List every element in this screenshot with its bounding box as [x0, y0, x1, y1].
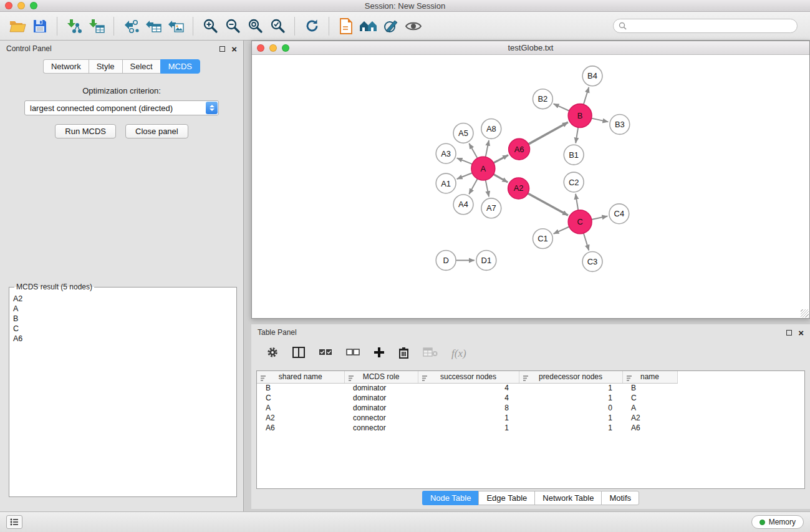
node-A1[interactable]: A1	[436, 173, 456, 193]
zoom-fit-icon[interactable]	[244, 16, 266, 37]
close-panel-icon[interactable]: ×	[231, 44, 237, 54]
network-canvas[interactable]: B4B2BB3A5A8A6B1A3AC2A1A2A4A7C4CC1C3DD1	[252, 55, 809, 318]
edge-B-B4[interactable]	[584, 87, 589, 105]
select-all-icon[interactable]	[319, 347, 332, 360]
node-C1[interactable]: C1	[533, 229, 552, 249]
edge-C-C3[interactable]	[584, 233, 589, 251]
node-A8[interactable]: A8	[481, 119, 501, 139]
column-header-successor-nodes[interactable]: successor nodes	[418, 371, 519, 383]
node-B3[interactable]: B3	[610, 115, 630, 135]
edge-A-A7[interactable]	[486, 180, 489, 197]
column-header-shared-name[interactable]: shared name	[257, 371, 344, 383]
import-network-icon[interactable]	[63, 16, 85, 37]
minimize-window-button[interactable]	[17, 2, 25, 9]
open-file-icon[interactable]	[6, 16, 29, 37]
node-A3[interactable]: A3	[436, 143, 456, 163]
mcds-result-item[interactable]: A	[13, 304, 233, 314]
table-settings-gear-icon[interactable]	[266, 346, 279, 361]
tab-edge-table[interactable]: Edge Table	[478, 491, 534, 505]
edge-C-C1[interactable]	[554, 226, 569, 233]
node-A[interactable]: A	[471, 157, 495, 180]
mcds-result-item[interactable]: B	[13, 314, 233, 324]
node-B1[interactable]: B1	[564, 145, 584, 165]
edge-B-B2[interactable]	[554, 104, 569, 110]
memory-button[interactable]: Memory	[751, 515, 804, 529]
search-input[interactable]	[630, 22, 792, 31]
export-image-icon[interactable]	[165, 16, 187, 37]
node-A6[interactable]: A6	[509, 138, 530, 160]
column-header-name[interactable]: name	[622, 371, 677, 383]
node-A7[interactable]: A7	[481, 198, 501, 218]
edge-A-A3[interactable]	[457, 158, 473, 164]
node-C4[interactable]: C4	[609, 204, 629, 224]
tab-mcds[interactable]: MCDS	[160, 59, 200, 74]
node-A2[interactable]: A2	[508, 178, 529, 199]
column-header-predecessor-nodes[interactable]: predecessor nodes	[519, 371, 622, 383]
column-header-mcds-role[interactable]: MCDS role	[344, 371, 418, 383]
edge-A-A6[interactable]	[494, 155, 508, 163]
tab-select[interactable]: Select	[122, 59, 160, 74]
refresh-icon[interactable]	[301, 16, 323, 37]
tab-node-table[interactable]: Node Table	[422, 491, 479, 505]
new-network-icon[interactable]	[120, 16, 142, 37]
tab-style[interactable]: Style	[89, 59, 122, 74]
home-icon[interactable]	[357, 16, 380, 37]
mcds-result-item[interactable]: C	[13, 324, 233, 334]
mcds-result-item[interactable]: A2	[13, 294, 233, 304]
zoom-out-icon[interactable]	[221, 16, 244, 37]
deselect-all-icon[interactable]	[346, 347, 360, 360]
table-row[interactable]: A6connector11A6	[257, 423, 804, 433]
close-table-panel-icon[interactable]: ×	[798, 328, 804, 337]
node-A4[interactable]: A4	[453, 195, 473, 215]
tab-network-table[interactable]: Network Table	[534, 491, 601, 505]
node-A5[interactable]: A5	[453, 123, 473, 143]
panel-selector-button[interactable]	[6, 515, 22, 529]
add-column-icon[interactable]	[374, 347, 385, 360]
table-row[interactable]: Bdominator41B	[257, 383, 804, 393]
close-panel-button[interactable]: Close panel	[125, 124, 188, 138]
node-B2[interactable]: B2	[533, 89, 552, 109]
run-mcds-button[interactable]: Run MCDS	[55, 124, 116, 138]
node-C2[interactable]: C2	[564, 172, 584, 192]
zoom-in-icon[interactable]	[199, 16, 221, 37]
edge-A-A5[interactable]	[469, 143, 477, 158]
window-resize-grip[interactable]	[801, 309, 809, 317]
edge-B-B1[interactable]	[576, 127, 578, 143]
optimization-criterion-dropdown[interactable]: largest connected component (directed)	[24, 100, 219, 115]
close-network-window-button[interactable]	[257, 44, 264, 52]
maximize-network-window-button[interactable]	[282, 44, 289, 52]
node-B[interactable]: B	[568, 104, 592, 128]
edge-A-A4[interactable]	[469, 179, 478, 195]
save-session-icon[interactable]	[29, 16, 51, 37]
edge-B-B3[interactable]	[592, 118, 609, 122]
edge-A2-C[interactable]	[528, 193, 567, 215]
node-D1[interactable]: D1	[476, 251, 496, 271]
new-table-icon[interactable]	[142, 16, 165, 37]
minimize-network-window-button[interactable]	[269, 44, 277, 52]
float-panel-icon[interactable]	[219, 46, 225, 52]
maximize-window-button[interactable]	[30, 2, 37, 9]
delete-column-icon[interactable]	[398, 347, 409, 361]
edge-C-C2[interactable]	[576, 194, 578, 210]
mcds-result-item[interactable]: A6	[13, 334, 233, 344]
table-row[interactable]: Adominator80A	[257, 403, 804, 413]
annotation-icon[interactable]	[380, 16, 402, 37]
eye-icon[interactable]	[402, 16, 425, 37]
tab-motifs[interactable]: Motifs	[601, 491, 639, 505]
import-table-icon[interactable]	[85, 16, 108, 37]
edge-A-A1[interactable]	[457, 173, 473, 179]
edge-A-A8[interactable]	[486, 140, 489, 157]
network-window-titlebar[interactable]: testGlobe.txt	[252, 41, 809, 55]
tab-network[interactable]: Network	[43, 59, 89, 74]
edge-A-A2[interactable]	[493, 174, 508, 182]
first-neighbors-icon[interactable]	[335, 16, 357, 37]
zoom-selected-icon[interactable]	[266, 16, 289, 37]
edge-A6-B[interactable]	[528, 122, 567, 144]
node-B4[interactable]: B4	[582, 66, 602, 86]
table-row[interactable]: A2connector11A2	[257, 413, 804, 423]
edge-C-C4[interactable]	[592, 216, 608, 220]
close-window-button[interactable]	[5, 2, 12, 9]
float-table-panel-icon[interactable]	[786, 330, 792, 336]
search-box[interactable]	[613, 19, 798, 33]
show-columns-icon[interactable]	[292, 347, 305, 360]
